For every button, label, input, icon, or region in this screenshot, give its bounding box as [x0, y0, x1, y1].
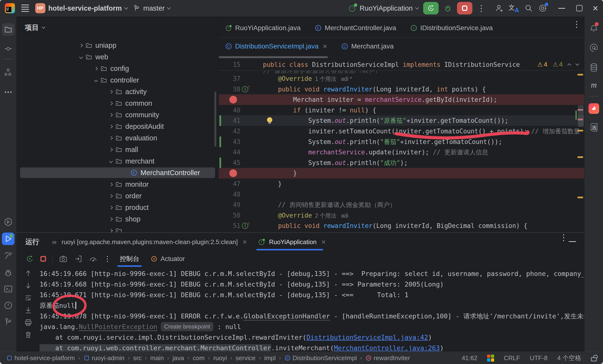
- change-stripe-mark[interactable]: [576, 111, 577, 120]
- plugin-app-button[interactable]: [588, 102, 600, 115]
- implementing-method-icon[interactable]: I↑: [242, 86, 248, 92]
- breadcrumb-item-service[interactable]: service: [236, 354, 255, 362]
- chevron-right-icon[interactable]: [109, 148, 113, 151]
- prev-problem-button[interactable]: [568, 63, 571, 67]
- encoding-widget[interactable]: UTF-8: [530, 354, 548, 362]
- chevron-right-icon[interactable]: [109, 136, 113, 140]
- stop-button[interactable]: [457, 2, 472, 14]
- git-tool-button[interactable]: [2, 316, 14, 328]
- editor-tab-merchantcontroller-java[interactable]: CMerchantController.java: [314, 24, 396, 32]
- rerun-button[interactable]: [423, 2, 439, 14]
- clear-console-icon[interactable]: [24, 331, 32, 339]
- print-icon[interactable]: [24, 318, 32, 327]
- minimize-button[interactable]: [558, 8, 565, 9]
- services-tool-button[interactable]: [2, 216, 14, 228]
- vcs-widget[interactable]: master: [132, 4, 170, 12]
- chevron-right-icon[interactable]: [109, 205, 113, 209]
- warning-badge[interactable]: ⚠4: [537, 61, 547, 68]
- chevron-down-icon[interactable]: [79, 55, 83, 59]
- tree-item-order[interactable]: order: [17, 190, 219, 202]
- run-panel-divider[interactable]: [17, 232, 584, 233]
- close-tab-icon[interactable]: ×: [323, 43, 327, 50]
- actuator-tab[interactable]: Actuator: [148, 255, 187, 263]
- code-editor[interactable]: 37 @Override 1 个用法 adi *38I↑ public void…: [219, 73, 584, 232]
- tree-item-monitor[interactable]: monitor: [17, 179, 219, 190]
- editor-scrollbar[interactable]: [578, 105, 584, 127]
- chevron-right-icon[interactable]: [79, 43, 83, 47]
- rerun-icon[interactable]: [25, 254, 34, 263]
- tree-item-evaluation[interactable]: evaluation: [17, 132, 219, 144]
- next-problem-button[interactable]: [576, 62, 579, 66]
- readonly-lock-icon[interactable]: [591, 357, 597, 361]
- chevron-down-icon[interactable]: [94, 78, 98, 82]
- run-tab-ruoyiapplication[interactable]: RuoYiApplication×: [258, 233, 326, 251]
- gauge-icon[interactable]: [89, 254, 98, 263]
- indent-widget[interactable]: 4 个空格: [557, 354, 581, 362]
- maximize-button[interactable]: [576, 5, 582, 11]
- ai-assistant-button[interactable]: [588, 42, 600, 54]
- warning-stripe-mark[interactable]: [577, 197, 583, 198]
- up-stack-icon[interactable]: [24, 269, 32, 277]
- breadcrumb-item-hotel-service-platform[interactable]: hotel-service-platform: [6, 354, 75, 362]
- breadcrumb-item-com[interactable]: com: [193, 354, 205, 362]
- breadcrumb-item-distributionserviceimpl[interactable]: CDistributionServiceImpl: [284, 354, 357, 362]
- intellij-logo-icon[interactable]: IJ: [5, 3, 15, 13]
- warning-stripe-mark[interactable]: [577, 130, 583, 131]
- warning-stripe-mark[interactable]: [577, 74, 583, 76]
- add-user-button[interactable]: [495, 4, 504, 13]
- maven-button[interactable]: m: [588, 79, 600, 91]
- chevron-right-icon[interactable]: [109, 182, 113, 186]
- tree-item-depositAudit[interactable]: depositAudit: [17, 121, 219, 132]
- notifications-button[interactable]: [588, 22, 600, 34]
- editor-tab-merchant-java[interactable]: CMerchant.java: [341, 43, 394, 50]
- chevron-right-icon[interactable]: [109, 125, 113, 128]
- project-widget[interactable]: HP hotel-service-platform: [35, 3, 128, 13]
- problems-tool-button[interactable]: [2, 299, 14, 312]
- tree-item-config[interactable]: config: [17, 63, 219, 74]
- breakpoint-dot[interactable]: [229, 96, 237, 103]
- chevron-right-icon[interactable]: [109, 229, 113, 232]
- warning-stripe-mark[interactable]: [577, 156, 583, 158]
- tree-item-MerchantController[interactable]: CMerchantController: [17, 167, 219, 179]
- database-button[interactable]: [588, 61, 600, 74]
- search-button[interactable]: [524, 4, 533, 13]
- chevron-right-icon[interactable]: [109, 90, 113, 94]
- hide-run-panel-button[interactable]: [569, 241, 576, 242]
- scroll-to-end-icon[interactable]: [24, 306, 32, 314]
- thread-dump-icon[interactable]: [59, 254, 68, 263]
- tree-item-partial[interactable]: [17, 225, 219, 232]
- restore-layout-icon[interactable]: [74, 254, 82, 263]
- tree-item-merchant[interactable]: merchant: [17, 155, 219, 167]
- close-tab-icon[interactable]: ×: [321, 238, 326, 246]
- run-config-widget[interactable]: RuoYiApplication: [348, 4, 418, 12]
- tree-item-product[interactable]: product: [17, 202, 219, 213]
- editor-tab-idistributionservice-java[interactable]: IIDistributionService.java: [410, 24, 493, 32]
- tree-item-common[interactable]: common: [17, 97, 219, 109]
- commit-tool-button[interactable]: [2, 43, 14, 55]
- translate-button[interactable]: 文A: [509, 3, 519, 13]
- console-tab[interactable]: 控制台: [117, 251, 142, 267]
- line-ending-widget[interactable]: CRLF: [504, 354, 520, 362]
- stacktrace-link[interactable]: DistributionServiceImpl.java:42: [306, 334, 428, 341]
- tab-scrollbar[interactable]: [219, 56, 584, 58]
- console-output[interactable]: 16:45:19.666 [http-nio-9996-exec-1] DEBU…: [37, 269, 584, 352]
- breakpoint-dot[interactable]: [229, 169, 237, 177]
- chevron-right-icon[interactable]: [94, 67, 98, 70]
- breadcrumb-item-rewardinviter[interactable]: mrewardInviter: [365, 354, 410, 362]
- stop-icon[interactable]: [40, 256, 46, 262]
- chevron-right-icon[interactable]: [109, 194, 113, 198]
- terminal-tool-button[interactable]: [2, 283, 14, 295]
- more-tools-button[interactable]: [2, 86, 14, 98]
- windows-ime-icon[interactable]: [487, 355, 494, 362]
- run-tab-ruoyi[interactable]: mruoyi [org.apache.maven.plugins:maven-c…: [50, 233, 247, 251]
- project-panel-header[interactable]: 项目: [17, 16, 219, 39]
- breadcrumb-item-main[interactable]: main: [150, 354, 164, 362]
- build-tool-button[interactable]: [2, 250, 14, 262]
- dictionary-button[interactable]: A: [588, 121, 600, 134]
- tree-item-web[interactable]: web: [17, 51, 219, 63]
- stacktrace-link[interactable]: MerchantController.java:263: [334, 344, 440, 352]
- caret-position-widget[interactable]: 41:62: [462, 354, 477, 362]
- debug-tool-button[interactable]: [2, 266, 14, 279]
- breadcrumb-item-ruoyi[interactable]: ruoyi: [213, 354, 227, 362]
- chevron-down-icon[interactable]: [109, 159, 113, 163]
